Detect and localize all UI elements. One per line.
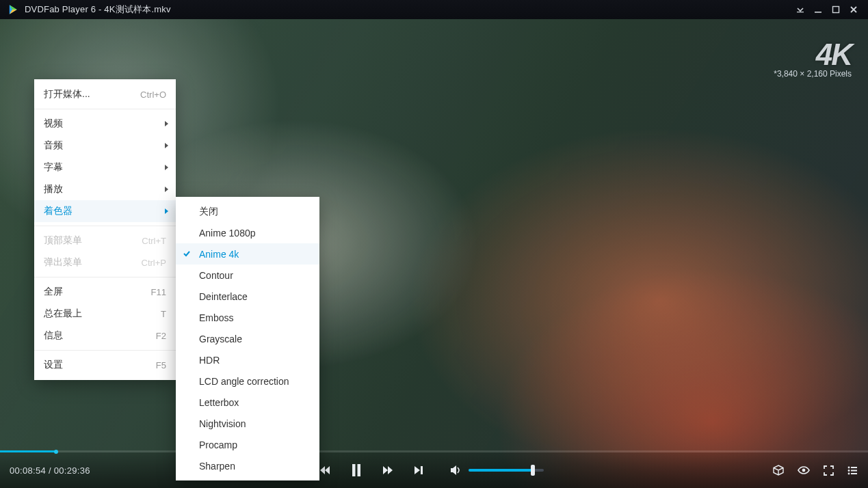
svg-rect-4 (357, 464, 360, 476)
svg-rect-8 (851, 467, 857, 468)
shader-item[interactable]: HDR (176, 349, 319, 370)
volume-icon[interactable] (449, 464, 462, 476)
chevron-right-icon (164, 184, 169, 195)
shader-item[interactable]: Deinterlace (176, 286, 319, 307)
svg-rect-0 (797, 12, 804, 12)
shader-item[interactable]: LCD angle correction (176, 370, 319, 392)
progress-fill (0, 450, 56, 452)
menu-video[interactable]: 视频 (34, 113, 176, 135)
shader-item[interactable]: Nightvision (176, 413, 319, 434)
shader-submenu: 关闭 Anime 1080p Anime 4k Contour Deinterl… (176, 197, 319, 480)
titlebar: DVDFab Player 6 - 4K测试样本.mkv (0, 0, 868, 19)
chevron-right-icon (164, 206, 169, 217)
fullscreen-icon[interactable] (823, 465, 834, 476)
chevron-right-icon (164, 162, 169, 173)
volume-slider[interactable] (469, 469, 544, 472)
menu-subtitle[interactable]: 字幕 (34, 157, 176, 178)
forward-button[interactable] (381, 463, 395, 477)
time-display: 00:08:54 / 00:29:36 (10, 465, 90, 476)
svg-rect-1 (815, 12, 821, 13)
rewind-button[interactable] (318, 463, 332, 477)
svg-point-7 (848, 466, 850, 468)
time-total: 00:29:36 (54, 465, 90, 476)
progress-bar[interactable] (0, 450, 868, 452)
svg-point-6 (802, 469, 806, 472)
badge-logo: 4K (774, 42, 852, 66)
menu-popup-menu: 弹出菜单 Ctrl+P (34, 252, 176, 273)
svg-rect-5 (421, 466, 423, 474)
pause-button[interactable] (350, 463, 363, 478)
shader-item[interactable]: Procamp (176, 434, 319, 455)
menu-audio[interactable]: 音频 (34, 135, 176, 157)
right-controls (772, 464, 858, 476)
shader-item-selected[interactable]: Anime 4k (176, 243, 319, 265)
resolution-badge: 4K *3,840 × 2,160 Pixels (774, 42, 852, 79)
dropdown-button[interactable] (791, 0, 809, 19)
menu-settings[interactable]: 设置 F5 (34, 354, 176, 376)
next-button[interactable] (412, 464, 425, 476)
shader-item[interactable]: Letterbox (176, 392, 319, 413)
minimize-button[interactable] (809, 0, 827, 19)
svg-point-11 (848, 472, 850, 474)
time-current: 00:08:54 (10, 465, 46, 476)
svg-rect-12 (851, 473, 857, 474)
shader-item[interactable]: 关闭 (176, 201, 319, 222)
menu-info[interactable]: 信息 F2 (34, 325, 176, 347)
window-title: DVDFab Player 6 - 4K测试样本.mkv (25, 3, 171, 16)
eye-icon[interactable] (797, 464, 811, 476)
context-menu: 打开媒体... Ctrl+O 视频 音频 字幕 播放 着色器 顶部菜单 Ctrl… (34, 79, 176, 380)
check-icon (183, 249, 191, 260)
maximize-button[interactable] (827, 0, 845, 19)
app-logo-icon (5, 3, 19, 16)
shader-item[interactable]: Sharpen (176, 455, 319, 476)
transport-controls (318, 463, 551, 478)
svg-rect-3 (352, 464, 356, 476)
controls-bar: 00:08:54 / 00:29:36 (0, 452, 868, 488)
menu-top-menu: 顶部菜单 Ctrl+T (34, 230, 176, 252)
playlist-icon[interactable] (847, 465, 858, 476)
app-window: DVDFab Player 6 - 4K测试样本.mkv 4K *3,840 ×… (0, 0, 868, 488)
menu-playback[interactable]: 播放 (34, 178, 176, 200)
svg-point-9 (848, 470, 850, 472)
volume-control (449, 464, 544, 476)
shader-item[interactable]: Anime 1080p (176, 222, 319, 243)
menu-fullscreen[interactable]: 全屏 F11 (34, 281, 176, 303)
menu-open-media[interactable]: 打开媒体... Ctrl+O (34, 83, 176, 105)
cube-3d-icon[interactable] (772, 464, 785, 476)
shader-item[interactable]: Grayscale (176, 328, 319, 349)
chevron-right-icon (164, 140, 169, 151)
shader-item[interactable]: Contour (176, 265, 319, 286)
chevron-right-icon (164, 118, 169, 129)
svg-rect-2 (833, 7, 839, 13)
close-button[interactable] (845, 0, 863, 19)
svg-rect-10 (851, 470, 857, 471)
menu-shader[interactable]: 着色器 (34, 200, 176, 222)
badge-resolution: *3,840 × 2,160 Pixels (774, 69, 852, 79)
shader-item[interactable]: Emboss (176, 307, 319, 328)
menu-always-top[interactable]: 总在最上 T (34, 303, 176, 325)
